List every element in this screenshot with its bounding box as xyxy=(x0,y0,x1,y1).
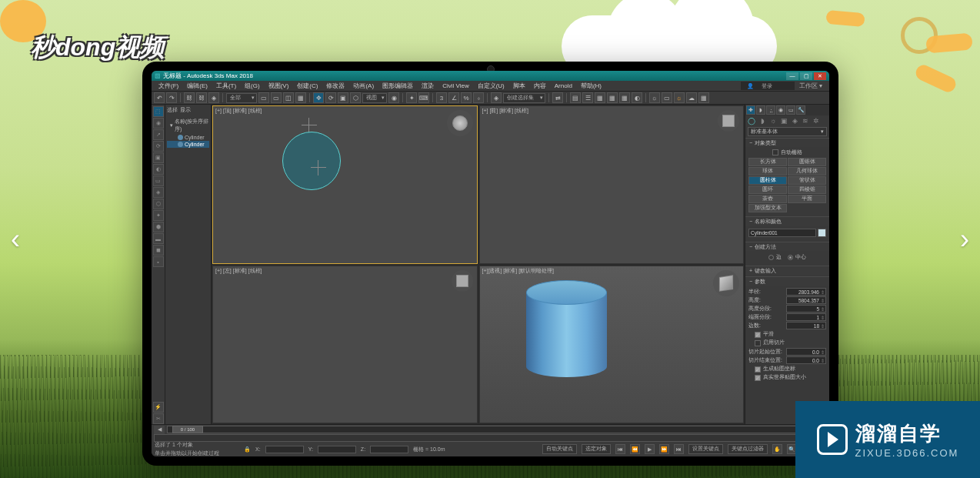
textplus-button[interactable]: 加强型文本 xyxy=(748,204,787,212)
select-region-button[interactable]: ◫ xyxy=(283,92,294,103)
plane-button[interactable]: 平面 xyxy=(788,195,826,203)
place-button[interactable]: ⬡ xyxy=(350,92,361,103)
pyramid-button[interactable]: 四棱锥 xyxy=(788,186,826,194)
object-name-input[interactable]: Cylinder001 xyxy=(748,229,816,237)
heightsegs-spinner[interactable]: 5 xyxy=(786,305,826,313)
move-button[interactable]: ✥ xyxy=(313,92,324,103)
render-gallery-button[interactable]: ▦ xyxy=(698,92,709,103)
menu-modifiers[interactable]: 修改器 xyxy=(322,81,348,91)
utilities-tab[interactable]: 🔧 xyxy=(796,105,805,115)
slicefrom-spinner[interactable]: 0.0 xyxy=(786,348,826,356)
selection-filter-dropdown[interactable]: 全部 xyxy=(226,93,257,103)
tool-icon[interactable]: ↗ xyxy=(153,129,164,140)
tool-icon[interactable]: ⚡ xyxy=(153,402,164,413)
tree-item[interactable]: Cylinder xyxy=(167,141,209,148)
prev-frame-button[interactable]: ◀ xyxy=(154,426,165,434)
autokey-button[interactable]: 自动关键点 xyxy=(542,444,577,454)
sphere-button[interactable]: 球体 xyxy=(748,167,787,175)
render-frame-button[interactable]: ▭ xyxy=(662,92,672,103)
viewcube[interactable] xyxy=(713,270,739,296)
render-button[interactable]: ☼ xyxy=(674,92,685,103)
select-tool-icon[interactable]: ⬚ xyxy=(153,106,164,117)
scene-tab-select[interactable]: 选择 xyxy=(167,106,178,114)
keyfilter-button[interactable]: 关键点过滤器 xyxy=(728,444,768,454)
tool-icon[interactable]: ⬢ xyxy=(153,222,164,232)
unlink-button[interactable]: ⛓ xyxy=(196,92,207,103)
geometry-tab[interactable]: ◯ xyxy=(747,116,756,125)
angle-snap-button[interactable]: ∠ xyxy=(448,92,459,103)
box-button[interactable]: 长方体 xyxy=(748,158,787,166)
viewport-left[interactable]: [+] [左] [标准] [线框] xyxy=(212,266,478,424)
layer-button[interactable]: ☰ xyxy=(582,92,593,103)
shapes-tab[interactable]: ◗ xyxy=(758,116,767,125)
rotate-button[interactable]: ⟳ xyxy=(325,92,336,103)
menu-customize[interactable]: 自定义(U) xyxy=(474,81,508,91)
smooth-checkbox[interactable]: ✓ xyxy=(755,332,761,338)
goto-start-button[interactable]: ⏮ xyxy=(615,444,625,454)
select-button[interactable]: ▭ xyxy=(258,92,269,103)
menu-civilview[interactable]: Civil View xyxy=(438,82,473,90)
slice-checkbox[interactable] xyxy=(755,340,761,346)
object-color-swatch[interactable] xyxy=(818,229,826,237)
time-slider-track[interactable]: 0 / 100 xyxy=(167,426,814,433)
edit-selection-button[interactable]: ◈ xyxy=(491,92,502,103)
teapot-button[interactable]: 茶壶 xyxy=(748,195,787,203)
genuv-checkbox[interactable]: ✓ xyxy=(755,366,761,373)
menu-grapheditors[interactable]: 图形编辑器 xyxy=(378,81,417,91)
systems-tab[interactable]: ✲ xyxy=(812,116,821,125)
menu-rendering[interactable]: 渲染 xyxy=(418,81,438,91)
keyboard-button[interactable]: ⌨ xyxy=(418,92,429,103)
named-sel-dropdown[interactable]: 创建选择集 xyxy=(503,93,545,103)
viewport-perspective[interactable]: [+][透视] [标准] [默认明暗处理] xyxy=(479,266,745,424)
menu-file[interactable]: 文件(F) xyxy=(155,81,182,91)
viewport-front[interactable]: [+] [前] [标准] [线框] xyxy=(479,105,745,264)
center-radio[interactable] xyxy=(788,255,793,260)
height-spinner[interactable]: 5804.357 xyxy=(786,296,826,304)
tool-icon[interactable]: ✦ xyxy=(153,210,164,221)
prev-key-button[interactable]: ⏪ xyxy=(630,444,640,454)
nav-pan-button[interactable]: ✋ xyxy=(772,444,782,454)
tool-icon[interactable]: ◈ xyxy=(153,187,164,198)
spinner-snap-button[interactable]: ⬨ xyxy=(473,92,484,103)
selected-filter[interactable]: 选定对象 xyxy=(582,444,611,454)
hierarchy-tab[interactable]: ⛬ xyxy=(766,105,775,115)
tube-button[interactable]: 管状体 xyxy=(788,176,826,185)
display-tab[interactable]: ▭ xyxy=(786,105,795,115)
viewport-label[interactable]: [+] [前] [标准] [线框] xyxy=(482,107,528,115)
rollout-header[interactable]: −创建方法 xyxy=(745,242,829,251)
viewport-label[interactable]: [+][透视] [标准] [默认明暗处理] xyxy=(482,267,555,275)
menu-create[interactable]: 创建(C) xyxy=(293,81,322,91)
radius-spinner[interactable]: 2803.946 xyxy=(786,288,826,296)
menu-view[interactable]: 视图(V) xyxy=(265,81,293,91)
carousel-prev-button[interactable]: ‹ xyxy=(0,216,31,262)
toggle-ribbon-button[interactable]: ▦ xyxy=(595,92,605,103)
tool-icon[interactable]: ▪ xyxy=(153,256,164,267)
menu-content[interactable]: 内容 xyxy=(530,81,550,91)
edge-radio[interactable] xyxy=(768,255,774,260)
manipulate-button[interactable]: ✦ xyxy=(406,92,417,103)
tool-icon[interactable]: ✂ xyxy=(153,413,164,424)
rollout-header[interactable]: −名称和颜色 xyxy=(745,216,829,226)
render-online-button[interactable]: ☁ xyxy=(686,92,697,103)
rollout-header[interactable]: +键盘输入 xyxy=(745,266,829,275)
menu-tools[interactable]: 工具(T) xyxy=(212,81,240,91)
viewcube[interactable] xyxy=(718,110,739,132)
modify-tab[interactable]: ◗ xyxy=(756,105,765,115)
pivot-button[interactable]: ◉ xyxy=(388,92,399,103)
tool-icon[interactable]: ▬ xyxy=(153,233,164,244)
viewcube[interactable] xyxy=(452,270,473,292)
time-slider-thumb[interactable]: 0 / 100 xyxy=(172,426,203,433)
coord-x-input[interactable] xyxy=(265,446,304,453)
create-tab[interactable]: ✚ xyxy=(746,105,755,115)
minimize-button[interactable]: — xyxy=(786,72,798,80)
spacewarps-tab[interactable]: ≋ xyxy=(801,116,810,125)
carousel-next-button[interactable]: › xyxy=(949,216,980,262)
autogrid-checkbox[interactable] xyxy=(772,149,778,155)
viewcube[interactable] xyxy=(447,110,473,136)
viewport-label[interactable]: [+] [左] [标准] [线框] xyxy=(215,267,262,275)
percent-snap-button[interactable]: % xyxy=(461,92,472,103)
menu-animation[interactable]: 动画(A) xyxy=(349,81,378,91)
play-button[interactable]: ▶ xyxy=(645,444,655,454)
curve-editor-button[interactable]: ▦ xyxy=(607,92,618,103)
rollout-header[interactable]: −参数 xyxy=(745,276,829,286)
